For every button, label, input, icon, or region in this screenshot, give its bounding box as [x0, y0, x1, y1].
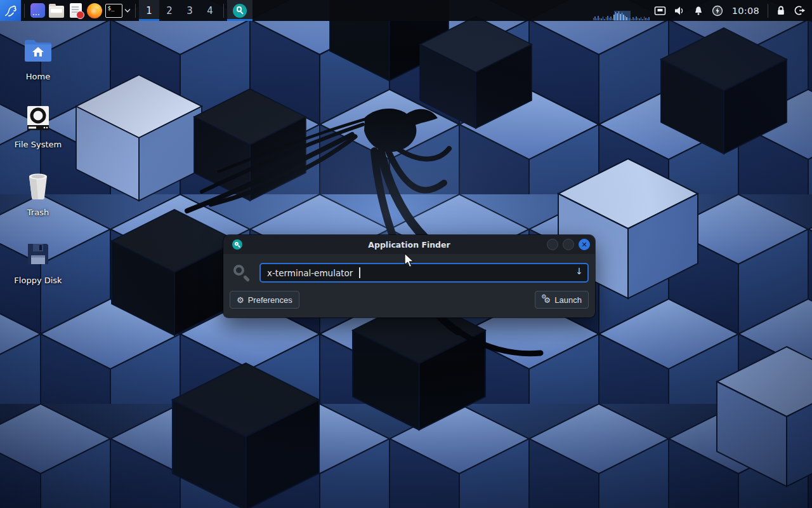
terminal-dropdown[interactable]: [123, 0, 132, 21]
trash-bin-icon: [25, 172, 51, 200]
launch-button[interactable]: ⚙ ⚙ Launch: [535, 291, 589, 309]
desktop-icon-home[interactable]: Home: [11, 35, 65, 103]
bell-icon: [693, 6, 704, 16]
launch-icon: ⚙ ⚙: [542, 295, 551, 304]
search-input[interactable]: [259, 263, 589, 283]
maximize-button[interactable]: [563, 239, 574, 250]
text-editor-icon: [70, 3, 82, 18]
application-finder-window: Application Finder ✕ ↓ ⚙ Preferences ⚙: [223, 235, 595, 318]
kali-menu-button[interactable]: [0, 0, 21, 21]
power-bolt-icon: [712, 5, 723, 17]
firefox-icon: [87, 3, 102, 18]
close-button[interactable]: ✕: [579, 239, 590, 250]
desktop-icon-label: Floppy Disk: [14, 276, 62, 285]
floppy-disk-icon: [25, 241, 51, 267]
panel-separator: [223, 4, 224, 18]
launcher-firefox[interactable]: [85, 0, 104, 21]
speaker-icon: [674, 6, 685, 16]
folder-icon: [49, 6, 64, 18]
workspace-2[interactable]: 2: [159, 0, 180, 21]
ethernet-icon: [654, 6, 666, 16]
network-tray-button[interactable]: [651, 0, 670, 21]
lock-screen-button[interactable]: [771, 0, 790, 21]
launcher-dashboard[interactable]: [28, 0, 47, 21]
desktop-icon-floppy-disk[interactable]: Floppy Disk: [11, 239, 65, 307]
preferences-label: Preferences: [248, 295, 292, 305]
launcher-text-editor[interactable]: [66, 0, 85, 21]
lock-icon: [776, 5, 786, 16]
workspace-4[interactable]: 4: [200, 0, 220, 21]
preferences-button[interactable]: ⚙ Preferences: [230, 291, 299, 309]
power-manager-tray-button[interactable]: [708, 0, 727, 21]
workspace-3[interactable]: 3: [180, 0, 200, 21]
panel-separator: [768, 4, 768, 18]
launch-label: Launch: [554, 295, 582, 305]
kali-dragon-icon: [3, 3, 19, 19]
logout-button[interactable]: [790, 0, 809, 21]
panel-separator: [135, 4, 136, 18]
desktop-icon-column: Home File System Trash: [11, 35, 65, 307]
desktop-icon-label: Home: [26, 72, 50, 81]
top-panel: $_ 1 2 3 4: [0, 0, 812, 21]
desktop-icon-label: File System: [15, 140, 62, 149]
desktop-icon-trash[interactable]: Trash: [11, 171, 65, 239]
desktop-icon-file-system[interactable]: File System: [11, 103, 65, 171]
system-tray: [651, 0, 727, 21]
panel-clock[interactable]: 10:08: [727, 6, 764, 16]
system-monitor-graph[interactable]: [593, 0, 651, 21]
terminal-icon: $_: [105, 4, 122, 18]
workspace-1[interactable]: 1: [139, 0, 159, 21]
window-title: Application Finder: [223, 240, 595, 250]
minimize-button[interactable]: [547, 239, 558, 250]
titlebar[interactable]: Application Finder ✕: [223, 235, 595, 254]
logout-icon: [794, 5, 806, 16]
volume-tray-button[interactable]: [670, 0, 689, 21]
launcher-terminal[interactable]: $_: [104, 0, 123, 21]
app-finder-icon: [233, 4, 247, 18]
notifications-tray-button[interactable]: [689, 0, 708, 21]
hard-drive-icon: [25, 105, 51, 131]
search-icon: [232, 264, 251, 283]
text-caret: [359, 267, 360, 278]
launcher-file-manager[interactable]: [47, 0, 66, 21]
home-folder-icon: [23, 38, 53, 62]
dashboard-icon: [30, 3, 45, 18]
chevron-down-icon: [124, 8, 131, 13]
app-finder-window-icon: [232, 239, 242, 250]
gear-icon: ⚙: [237, 296, 244, 304]
panel-separator: [24, 4, 25, 18]
desktop-icon-label: Trash: [27, 208, 49, 217]
taskbar-application-finder[interactable]: [227, 0, 252, 21]
